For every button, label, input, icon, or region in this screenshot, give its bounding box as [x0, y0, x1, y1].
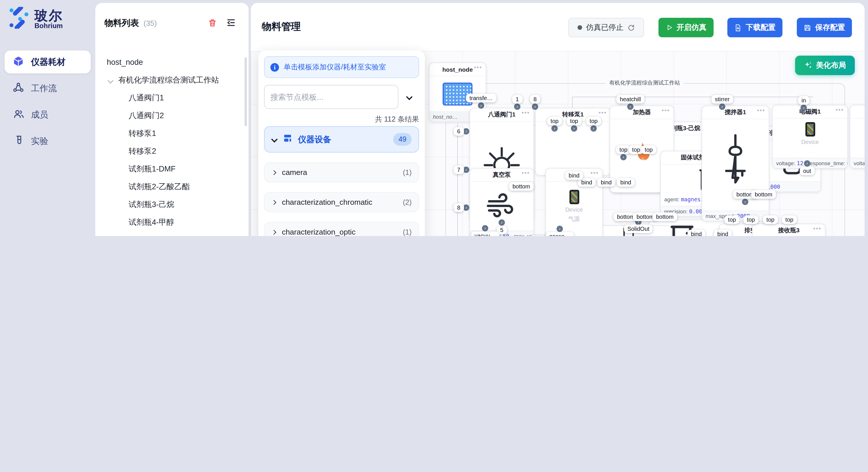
template-item-camera[interactable]: camera(1) — [264, 162, 419, 182]
device-icon — [569, 190, 579, 204]
port-dot[interactable] — [557, 226, 563, 232]
flame-icon — [629, 139, 654, 172]
delete-icon[interactable] — [208, 18, 217, 30]
download-config-button[interactable]: 下载配置 — [727, 18, 782, 37]
port-chip[interactable]: vacuu… — [471, 231, 499, 236]
port-chip[interactable]: bind — [714, 230, 732, 236]
port-chip[interactable]: SolidOut — [624, 225, 653, 233]
port-chip[interactable]: bottom — [652, 212, 677, 221]
port-dot[interactable] — [590, 125, 597, 132]
sidebar-item-workflow[interactable]: 工作流 — [5, 77, 91, 100]
port-dot[interactable] — [742, 199, 748, 205]
node-menu-icon[interactable] — [813, 225, 822, 232]
node-stirrer-1[interactable]: 搅拌器1 max_speed: 2000 — [702, 105, 769, 222]
port-chip[interactable]: top — [547, 117, 562, 125]
port-dot[interactable] — [532, 103, 538, 110]
port-chip[interactable]: bind — [565, 171, 583, 180]
collapse-panel-icon[interactable] — [226, 18, 236, 30]
port-dot[interactable] — [719, 103, 725, 110]
port-dot[interactable] — [463, 128, 469, 134]
scrollbar[interactable] — [245, 57, 247, 126]
node-solenoid-valve-1[interactable]: 电磁阀1 Device voltage: 12 response_time: 0… — [772, 105, 848, 169]
tree-item[interactable]: 试剂瓶3-己烷 — [95, 196, 245, 213]
port-chip[interactable]: out — [800, 167, 815, 175]
material-list-count: (35) — [144, 19, 157, 28]
brand-name-en: Bohrium — [34, 22, 63, 30]
template-hint-banner: i 单击模板添加仪器/耗材至实验室 — [264, 56, 419, 78]
template-item-characterization-chromatic[interactable]: characterization_chromatic(2) — [264, 192, 419, 212]
port-dot[interactable] — [620, 154, 627, 160]
template-panel: i 单击模板添加仪器/耗材至实验室 共 112 条结果 仪器设备 49 came… — [258, 50, 425, 236]
material-list-title: 物料列表 — [104, 18, 139, 29]
port-dot[interactable] — [571, 125, 577, 132]
refresh-icon[interactable] — [627, 24, 635, 31]
node-menu-icon[interactable] — [598, 109, 607, 116]
port-chip[interactable]: bind — [528, 235, 546, 236]
port-chip[interactable]: in — [798, 96, 809, 105]
sidebar-item-experiments[interactable]: 实验 — [5, 130, 91, 153]
save-config-button[interactable]: 保存配置 — [797, 18, 852, 37]
beautify-layout-button[interactable]: 美化布局 — [795, 56, 855, 75]
port-chip[interactable]: heatchill — [616, 95, 644, 103]
brand[interactable]: 玻尔 Bohrium — [8, 7, 63, 31]
tree-item[interactable]: 试剂瓶2-乙酸乙酯 — [95, 178, 245, 196]
main-header: 物料管理 仿真已停止 开启仿真 下载配置 保存配置 — [251, 3, 865, 52]
node-menu-icon[interactable] — [836, 106, 844, 113]
search-input[interactable] — [264, 85, 398, 109]
sidebar-item-instruments[interactable]: 仪器耗材 — [5, 50, 91, 73]
port-chip[interactable]: 8 — [454, 203, 464, 212]
port-chip[interactable]: bottom — [751, 190, 776, 199]
tree-item[interactable]: 八通阀门2 — [95, 107, 245, 125]
node-solenoid-valve-2[interactable]: voltage: 12 — [849, 105, 865, 169]
port-dot[interactable] — [801, 105, 807, 111]
tree-item[interactable]: 试剂瓶4-甲醇 — [95, 213, 245, 231]
tree-item[interactable]: 试剂瓶5-水 — [95, 231, 245, 236]
start-simulation-button[interactable]: 开启仿真 — [658, 18, 714, 37]
tree-item[interactable]: 试剂瓶1-DMF — [95, 160, 245, 178]
port-chip[interactable]: transfe… — [466, 94, 496, 102]
port-chip[interactable]: bind — [617, 178, 634, 187]
port-chip[interactable]: bind — [597, 178, 615, 187]
node-menu-icon[interactable] — [522, 169, 530, 176]
port-chip[interactable]: top — [724, 215, 739, 224]
port-chip[interactable]: top — [763, 215, 778, 224]
port-chip[interactable]: top — [586, 117, 601, 125]
category-instruments[interactable]: 仪器设备 49 — [264, 126, 419, 153]
port-dot[interactable] — [551, 125, 558, 132]
port-chip[interactable]: 1 — [512, 95, 522, 103]
chevron-down-icon[interactable] — [108, 77, 114, 83]
port-chip[interactable]: bind — [687, 230, 705, 236]
port-dot[interactable] — [463, 167, 469, 173]
port-dot[interactable] — [478, 102, 484, 109]
node-menu-icon[interactable] — [662, 107, 670, 113]
port-chip[interactable]: 8 — [530, 95, 540, 103]
node-menu-icon[interactable] — [757, 107, 765, 113]
port-chip[interactable]: gasso… — [546, 232, 574, 236]
port-chip[interactable]: top — [782, 215, 797, 224]
tree-item[interactable]: 八通阀门1 — [95, 89, 245, 107]
port-chip[interactable]: 6 — [454, 127, 464, 136]
port-dot[interactable] — [627, 103, 633, 110]
port-dot[interactable] — [463, 204, 469, 211]
port-dot[interactable] — [482, 225, 488, 231]
port-dot[interactable] — [514, 103, 520, 110]
port-chip[interactable]: 7 — [454, 165, 464, 174]
simulation-status[interactable]: 仿真已停止 — [568, 18, 644, 37]
node-menu-icon[interactable] — [522, 109, 530, 116]
port-chip[interactable]: stirrer — [711, 95, 733, 103]
port-chip[interactable]: bottom — [509, 182, 533, 191]
tree-item[interactable]: 转移泵2 — [95, 142, 245, 160]
tree-item[interactable]: 转移泵1 — [95, 125, 245, 142]
node-menu-icon[interactable] — [474, 64, 482, 71]
template-item-characterization-optic[interactable]: characterization_optic(1) — [264, 222, 419, 236]
port-chip[interactable]: top — [567, 117, 582, 125]
port-dot[interactable] — [499, 220, 505, 226]
port-chip[interactable]: top — [641, 145, 656, 154]
port-chip[interactable]: top — [743, 215, 758, 224]
tree-group[interactable]: 有机化学流程综合测试工作站 — [95, 71, 245, 89]
port-dot[interactable] — [804, 160, 810, 167]
tree-root[interactable]: host_node — [95, 53, 245, 71]
node-menu-icon[interactable] — [590, 169, 599, 176]
node-receive-bottle-3[interactable]: 接收瓶3 max_volume: 250 — [752, 224, 826, 236]
sidebar-item-members[interactable]: 成员 — [5, 103, 91, 126]
